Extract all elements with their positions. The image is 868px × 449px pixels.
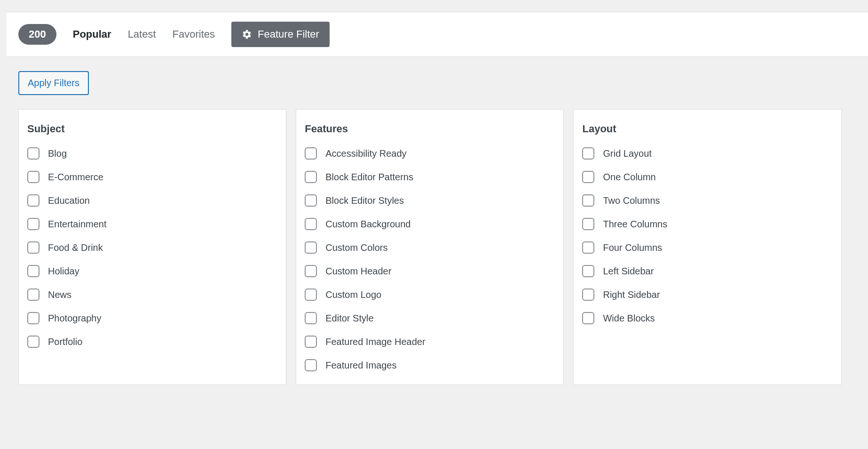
checkbox[interactable]	[27, 336, 39, 348]
checkbox[interactable]	[305, 171, 317, 183]
option-label: Left Sidebar	[603, 266, 654, 277]
filter-option[interactable]: One Column	[582, 171, 832, 183]
filter-option[interactable]: Left Sidebar	[582, 265, 832, 277]
option-label: Custom Colors	[325, 242, 387, 253]
filter-option[interactable]: Accessibility Ready	[305, 147, 555, 160]
checkbox[interactable]	[582, 218, 594, 230]
option-label: Holiday	[48, 266, 79, 277]
checkbox[interactable]	[305, 289, 317, 301]
option-label: Accessibility Ready	[325, 148, 406, 159]
checkbox[interactable]	[305, 265, 317, 277]
checkbox[interactable]	[305, 147, 317, 160]
option-label: Right Sidebar	[603, 289, 660, 300]
option-label: Featured Image Header	[325, 337, 425, 347]
option-list: Accessibility Ready Block Editor Pattern…	[305, 147, 555, 371]
checkbox[interactable]	[582, 194, 594, 207]
option-label: Two Columns	[603, 195, 660, 206]
filter-option[interactable]: Food & Drink	[27, 241, 277, 254]
option-label: Grid Layout	[603, 148, 651, 159]
filter-option[interactable]: Custom Logo	[305, 289, 555, 301]
checkbox[interactable]	[27, 218, 39, 230]
checkbox[interactable]	[27, 147, 39, 160]
option-label: Custom Logo	[325, 289, 381, 300]
filter-group-title: Features	[305, 123, 555, 135]
filter-option[interactable]: Custom Background	[305, 218, 555, 230]
filter-option[interactable]: Education	[27, 194, 277, 207]
checkbox[interactable]	[27, 265, 39, 277]
filter-option[interactable]: Wide Blocks	[582, 312, 832, 324]
filter-columns: Subject Blog E-Commerce Education Entert…	[18, 109, 856, 385]
option-label: Four Columns	[603, 242, 662, 253]
checkbox[interactable]	[582, 289, 594, 301]
option-label: Featured Images	[325, 360, 396, 371]
filter-option[interactable]: Block Editor Styles	[305, 194, 555, 207]
feature-filter-label: Feature Filter	[258, 28, 319, 40]
theme-count-pill: 200	[18, 24, 56, 45]
option-label: Education	[48, 195, 90, 206]
option-label: News	[48, 289, 71, 300]
filter-group-title: Subject	[27, 123, 277, 135]
checkbox[interactable]	[582, 171, 594, 183]
filter-option[interactable]: Custom Colors	[305, 241, 555, 254]
checkbox[interactable]	[305, 312, 317, 324]
option-label: Custom Background	[325, 219, 410, 230]
checkbox[interactable]	[305, 218, 317, 230]
option-label: Food & Drink	[48, 242, 103, 253]
filter-option[interactable]: Right Sidebar	[582, 289, 832, 301]
filter-option[interactable]: Featured Images	[305, 359, 555, 371]
option-label: Photography	[48, 313, 101, 324]
checkbox[interactable]	[305, 241, 317, 254]
checkbox[interactable]	[27, 194, 39, 207]
filter-option[interactable]: Three Columns	[582, 218, 832, 230]
checkbox[interactable]	[27, 171, 39, 183]
theme-filter-page: 200 Popular Latest Favorites Feature Fil…	[0, 0, 868, 385]
option-label: Wide Blocks	[603, 313, 655, 324]
filter-option[interactable]: Block Editor Patterns	[305, 171, 555, 183]
tabs-bar: 200 Popular Latest Favorites Feature Fil…	[7, 12, 868, 57]
filter-group-layout: Layout Grid Layout One Column Two Column…	[573, 109, 841, 385]
checkbox[interactable]	[305, 194, 317, 207]
checkbox[interactable]	[582, 241, 594, 254]
filter-option[interactable]: Portfolio	[27, 336, 277, 348]
option-label: Block Editor Styles	[325, 195, 404, 206]
filter-option[interactable]: Two Columns	[582, 194, 832, 207]
filter-option[interactable]: Entertainment	[27, 218, 277, 230]
checkbox[interactable]	[27, 241, 39, 254]
tab-popular[interactable]: Popular	[73, 28, 111, 40]
option-label: E-Commerce	[48, 172, 103, 183]
filter-option[interactable]: Holiday	[27, 265, 277, 277]
checkbox[interactable]	[582, 312, 594, 324]
option-label: Three Columns	[603, 219, 667, 230]
option-label: Blog	[48, 148, 67, 159]
filter-option[interactable]: Photography	[27, 312, 277, 324]
option-list: Grid Layout One Column Two Columns Three…	[582, 147, 832, 324]
filter-option[interactable]: Grid Layout	[582, 147, 832, 160]
filter-group-subject: Subject Blog E-Commerce Education Entert…	[18, 109, 286, 385]
apply-filters-button[interactable]: Apply Filters	[18, 71, 89, 95]
filter-group-features: Features Accessibility Ready Block Edito…	[296, 109, 564, 385]
checkbox[interactable]	[305, 336, 317, 348]
checkbox[interactable]	[305, 359, 317, 371]
checkbox[interactable]	[27, 289, 39, 301]
filter-option[interactable]: Blog	[27, 147, 277, 160]
filter-option[interactable]: Featured Image Header	[305, 336, 555, 348]
filter-option[interactable]: Four Columns	[582, 241, 832, 254]
filter-option[interactable]: Custom Header	[305, 265, 555, 277]
feature-filter-button[interactable]: Feature Filter	[231, 22, 330, 47]
option-list: Blog E-Commerce Education Entertainment …	[27, 147, 277, 348]
option-label: Entertainment	[48, 219, 107, 230]
checkbox[interactable]	[27, 312, 39, 324]
gear-icon	[242, 29, 252, 40]
filter-option[interactable]: E-Commerce	[27, 171, 277, 183]
option-label: Custom Header	[325, 266, 391, 277]
checkbox[interactable]	[582, 147, 594, 160]
filter-group-title: Layout	[582, 123, 832, 135]
option-label: Block Editor Patterns	[325, 172, 413, 183]
tab-latest[interactable]: Latest	[128, 28, 156, 40]
filter-option[interactable]: News	[27, 289, 277, 301]
filter-option[interactable]: Editor Style	[305, 312, 555, 324]
checkbox[interactable]	[582, 265, 594, 277]
tab-favorites[interactable]: Favorites	[173, 28, 215, 40]
option-label: Portfolio	[48, 337, 82, 347]
option-label: Editor Style	[325, 313, 373, 324]
